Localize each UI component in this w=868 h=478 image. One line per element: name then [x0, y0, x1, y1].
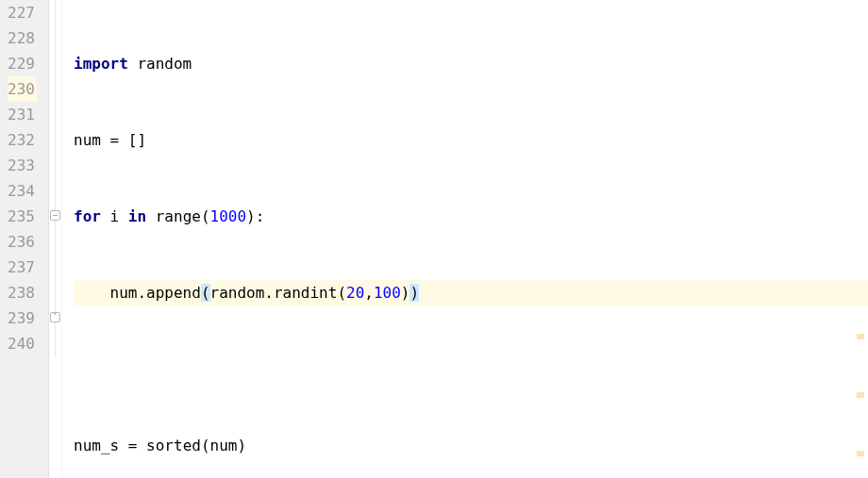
- line-number: 231: [8, 102, 37, 127]
- fold-gutter[interactable]: − ˄: [49, 0, 62, 478]
- code-area[interactable]: import random num = [] for i in range(10…: [62, 0, 868, 478]
- line-number: 234: [8, 178, 37, 204]
- code-line[interactable]: num_s = sorted(num): [74, 433, 868, 458]
- code-line-current[interactable]: num.append(random.randint(20,100)): [74, 280, 868, 305]
- line-number: 227: [8, 0, 37, 25]
- code-line[interactable]: num = []: [74, 127, 868, 153]
- code-editor[interactable]: 227 228 229 230 231 232 233 234 235 236 …: [0, 0, 868, 478]
- line-number: 236: [8, 229, 37, 255]
- line-number: 240: [8, 331, 37, 356]
- line-number: 228: [8, 25, 37, 51]
- code-line[interactable]: [74, 356, 868, 382]
- error-stripe[interactable]: [857, 75, 864, 358]
- line-number-gutter: 227 228 229 230 231 232 233 234 235 236 …: [0, 0, 49, 478]
- fold-toggle-icon[interactable]: −: [50, 210, 60, 221]
- line-number: 232: [8, 127, 37, 153]
- line-number: 237: [8, 255, 37, 280]
- code-line[interactable]: for i in range(1000):: [74, 204, 868, 229]
- line-number: 233: [8, 153, 37, 178]
- line-number: 239: [8, 305, 37, 331]
- line-number: 238: [8, 280, 37, 305]
- fold-end-icon[interactable]: ˄: [50, 312, 60, 322]
- line-number: 235: [8, 204, 37, 229]
- line-number: 229: [8, 51, 37, 76]
- code-line[interactable]: import random: [74, 51, 868, 76]
- line-number: 230: [8, 76, 37, 102]
